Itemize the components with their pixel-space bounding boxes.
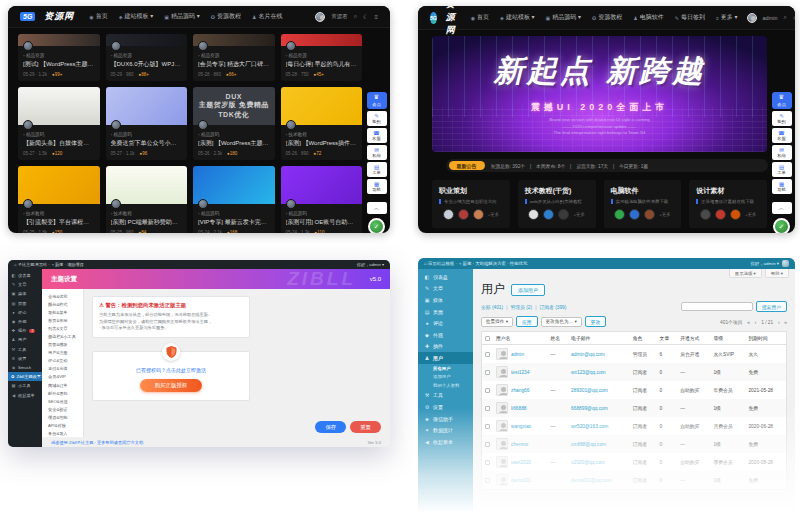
- toolbar-button[interactable]: ☎客服: [367, 128, 387, 143]
- settings-tab[interactable]: SEO&推送: [42, 397, 83, 405]
- sidebar-item[interactable]: ✎文章: [418, 283, 473, 295]
- menu-item[interactable]: ◉首页: [89, 12, 107, 21]
- username-link[interactable]: user2020: [511, 460, 531, 465]
- sidebar-item[interactable]: ◈微信助手: [418, 413, 473, 425]
- change-button[interactable]: 更改: [585, 316, 607, 327]
- sidebar-item[interactable]: ⚙ 设置: [8, 354, 42, 363]
- settings-tab[interactable]: 邮件&通知: [42, 389, 83, 397]
- menu-item[interactable]: ◈建站模板 ▾: [500, 13, 535, 22]
- column-header[interactable]: 等级: [710, 332, 745, 345]
- settings-tab[interactable]: 安全&验证: [42, 405, 83, 413]
- toolbar-button[interactable]: ✎签到: [772, 111, 792, 126]
- row-checkbox[interactable]: [485, 352, 490, 357]
- article-card[interactable]: 精品源码 免费送货下单公众号小程序源码+教程 05-27 · 1.1k●96: [106, 87, 188, 160]
- user-name[interactable]: admin: [763, 15, 778, 21]
- row-checkbox[interactable]: [485, 442, 490, 447]
- sidebar-item[interactable]: ✎ 文章: [8, 280, 42, 289]
- article-card[interactable]: 技术教程 [亲测] PC端最新秒赞助手 双模式版 05-25 · 960●84: [106, 166, 188, 233]
- admin-topbar-left[interactable]: ⌂ 演示站点模板 · ＋新建 · 大前端解决方案 · 性能优化: [424, 261, 527, 266]
- column-header[interactable]: 到期时间: [745, 332, 786, 345]
- article-title[interactable]: 【引流裂变】平台课程任务悬赏源码: [23, 218, 95, 227]
- hero-banner[interactable]: 新起点 新跨越 震撼UI 2020全面上市 Brand new version …: [432, 36, 767, 152]
- row-checkbox[interactable]: [485, 460, 490, 465]
- article-category[interactable]: 精品源码: [286, 211, 358, 216]
- dark-mode-icon[interactable]: ☾: [363, 13, 368, 20]
- sidebar-item[interactable]: ⚒工具: [418, 390, 473, 402]
- user-name[interactable]: 资源君: [331, 13, 348, 20]
- article-title[interactable]: [测试] 【WordPress主题】Grey 2.2: [23, 60, 95, 69]
- search-users-button[interactable]: 搜索用户: [756, 301, 787, 312]
- email-link[interactable]: 668899@qq.com: [571, 406, 608, 411]
- sidebar-item[interactable]: ▦ 小工具: [8, 381, 42, 390]
- toolbar-button[interactable]: ✉私信: [367, 145, 387, 160]
- screen-option-tab[interactable]: 帮助 ▾: [765, 269, 789, 278]
- sidebar-item[interactable]: ✿ Zibll主题设置: [8, 372, 42, 381]
- menu-item[interactable]: ▣精品源码 ▾: [164, 12, 199, 21]
- article-title[interactable]: 【新闻头条】自媒体资讯博客主题下载: [23, 139, 95, 148]
- sidebar-item[interactable]: ◧ 仪表盘: [8, 271, 42, 280]
- article-category[interactable]: 精品源码: [198, 211, 270, 216]
- save-button[interactable]: 保存: [315, 421, 346, 433]
- menu-item[interactable]: ✎每日签到: [675, 13, 705, 22]
- bulk-action-select[interactable]: 批量操作 ▾: [481, 317, 513, 327]
- settings-tab[interactable]: 商城&订单: [42, 381, 83, 389]
- username-link[interactable]: li66888: [511, 406, 526, 411]
- article-category[interactable]: 精品资源: [286, 53, 358, 58]
- user-avatar[interactable]: [747, 13, 757, 23]
- sidebar-item[interactable]: ◈ Smush: [8, 363, 42, 372]
- article-category[interactable]: 精品源码: [198, 132, 270, 137]
- site-name[interactable]: 资源网: [44, 10, 74, 23]
- menu-item[interactable]: ▣精品源码 ▾: [546, 13, 581, 22]
- settings-tab[interactable]: 导航&菜单: [42, 308, 83, 316]
- sidebar-item[interactable]: ⚒ 工具: [8, 345, 42, 354]
- green-cert-badge[interactable]: ✓: [773, 218, 790, 233]
- menu-item[interactable]: ≡更多 ▾: [716, 13, 738, 22]
- sidebar-item[interactable]: ◀ 收起菜单: [8, 390, 42, 399]
- vip-button[interactable]: ♛会员: [367, 92, 387, 109]
- sidebar-item[interactable]: ▣ 媒体: [8, 289, 42, 298]
- menu-item[interactable]: ◈建站模板 ▾: [119, 12, 154, 21]
- column-header[interactable]: 电子邮件: [568, 332, 630, 345]
- article-card[interactable]: 精品源码 【新闻头条】自媒体资讯博客主题下载 05-27 · 1.5k●120: [18, 87, 100, 160]
- activate-link[interactable]: 已有授权码？点击此处立即激活: [93, 367, 249, 373]
- toolbar-button[interactable]: ☎客服: [772, 128, 792, 143]
- settings-tab[interactable]: API&对接: [42, 422, 83, 430]
- article-category[interactable]: 技术教程: [111, 211, 183, 216]
- article-title[interactable]: [会员专享] 精选大厂口碑福利资源: [198, 60, 270, 69]
- sidebar-item[interactable]: ◧仪表盘: [418, 271, 473, 283]
- sidebar-item[interactable]: ♟用户: [418, 352, 473, 364]
- article-card[interactable]: 精品资源 [每日心得] 早起的鸟儿有虫吃 早晚课 05-28 · 750●45+: [281, 34, 363, 81]
- settings-tab[interactable]: 列表&文章: [42, 324, 83, 332]
- more-link[interactable]: +更多: [659, 212, 670, 217]
- article-category[interactable]: 精品资源: [23, 53, 95, 58]
- settings-tab[interactable]: 页面&模块: [42, 341, 83, 349]
- back-to-top-button[interactable]: ︿: [772, 202, 792, 214]
- vip-button[interactable]: ♛会员: [772, 92, 792, 109]
- username-link[interactable]: wangxiao: [511, 424, 531, 429]
- row-checkbox[interactable]: [485, 424, 490, 429]
- article-card[interactable]: DUX 主题贺岁版 免费精品TDK优化 精品源码 [亲测] 【WordPress…: [193, 87, 275, 160]
- site-logo[interactable]: 5G: [430, 12, 437, 24]
- sidebar-item[interactable]: ◆外观: [418, 329, 473, 341]
- article-card[interactable]: 精品资源 [会员专享] 精选大厂口碑福利资源 05-28 · 860●66+: [193, 34, 275, 81]
- article-category[interactable]: 技术教程: [286, 132, 358, 137]
- article-title[interactable]: [每日心得] 早起的鸟儿有虫吃 早晚课: [286, 60, 358, 69]
- change-role-select[interactable]: 更改角色为… ▾: [541, 317, 582, 327]
- settings-tab[interactable]: 侧边栏&小工具: [42, 332, 83, 340]
- menu-item[interactable]: ◉首页: [471, 13, 489, 22]
- pagination[interactable]: 401个项目 « ‹ 1 / 21 › »: [720, 319, 787, 325]
- sidebar-subitem[interactable]: 所有用户: [418, 364, 473, 373]
- screen-option-tab[interactable]: 显示选项 ▾: [729, 269, 762, 278]
- article-category[interactable]: 精品源码: [23, 132, 95, 137]
- menu-item[interactable]: ✪资源教程: [592, 13, 622, 22]
- username-link[interactable]: zhang66: [511, 388, 529, 393]
- admin-topbar-account[interactable]: 你好，admin ▾: [750, 260, 789, 267]
- category-card[interactable]: 技术教程(干货) web开发从小白到大神教程 +更多: [518, 180, 596, 228]
- article-card[interactable]: 精品资源 【DUX6.0开心版】WPJAM优化无限制 05-29 · 980●8…: [106, 34, 188, 81]
- sidebar-item[interactable]: ▣媒体: [418, 294, 473, 306]
- email-link[interactable]: wx123@qq.com: [571, 370, 605, 375]
- article-category[interactable]: 精品源码: [111, 132, 183, 137]
- sidebar-item[interactable]: ◀收起菜单: [418, 436, 473, 448]
- article-title[interactable]: [亲测] 【WordPress插件】Erphp下载: [286, 139, 358, 148]
- toolbar-button[interactable]: ✉私信: [772, 145, 792, 160]
